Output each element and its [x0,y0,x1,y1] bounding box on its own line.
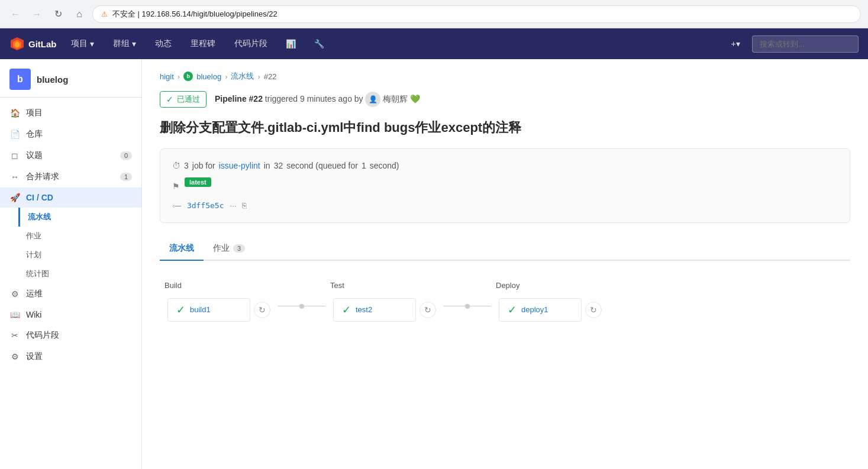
chevron-down-icon: ▾ [132,39,136,48]
sidebar-item-snippets[interactable]: ✂ 代码片段 [0,325,141,346]
stage-build: Build ✓ build1 ↻ [160,281,278,322]
status-label: 已通过 [177,94,200,105]
pipeline-diagram: Build ✓ build1 ↻ [160,275,850,328]
top-nav: GitLab 项目 ▾ 群组 ▾ 动态 里程碑 代码片段 📊 🔧 + ▾ [0,28,868,59]
breadcrumb-bluelog[interactable]: bluelog [196,72,221,81]
job-retry-button-deploy1[interactable]: ↻ [585,302,602,318]
duration-unit: second (queued for [286,161,358,170]
user-avatar: 👤 [365,92,380,107]
sidebar-item-project[interactable]: 🏠 项目 [0,102,141,124]
job-card-build1[interactable]: ✓ build1 [167,298,250,322]
sidebar-item-settings[interactable]: ⚙ 设置 [0,346,141,367]
subnav-jobs[interactable]: 作业 [26,227,141,245]
commit-ellipsis[interactable]: ··· [230,201,237,210]
commit-hash-link[interactable]: 3dff5e5c [187,201,224,210]
breadcrumb-pipelines[interactable]: 流水线 [231,71,254,82]
nav-projects[interactable]: 项目 ▾ [66,35,99,53]
chevron-down-icon: ▾ [90,39,94,48]
connector-2 [444,304,491,309]
nav-activity[interactable]: 动态 [150,35,176,53]
job-card-test2[interactable]: ✓ test2 [333,298,416,322]
stage-test-label: Test [325,281,344,290]
job-name-test2[interactable]: test2 [356,305,372,314]
job-name-build1[interactable]: build1 [190,305,211,314]
job-for-label: job for [192,161,215,170]
breadcrumb-sep-1: › [178,72,180,81]
connector-line-1b [304,306,325,306]
nav-snippets[interactable]: 代码片段 [230,35,272,53]
queued-value: 1 [362,161,366,170]
connector-line-1 [278,306,299,306]
gitlab-fox-icon [9,36,25,51]
snippets-icon: ✂ [9,331,20,340]
sidebar-item-repository[interactable]: 📄 仓库 [0,124,141,145]
ops-icon: ⚙ [9,289,20,299]
back-button[interactable]: ← [7,6,24,22]
job-retry-button-test2[interactable]: ↻ [420,302,436,318]
project-header: b bluelog [0,59,141,98]
wiki-icon: 📖 [9,310,20,319]
queued-unit: second) [370,161,399,170]
jobs-count-badge: 3 [233,244,245,253]
cicd-subnav: 流水线 作业 计划 统计图 [0,208,141,283]
global-search-input[interactable] [752,35,859,53]
project-name: bluelog [37,75,68,85]
sidebar-item-merge-requests[interactable]: ↔ 合并请求 1 [0,166,141,187]
forward-button[interactable]: → [28,6,45,22]
issues-icon: ◻ [9,151,20,160]
job-name-deploy1[interactable]: deploy1 [521,305,548,314]
gitlab-logo[interactable]: GitLab [9,36,57,51]
latest-tag: latest [185,177,211,187]
subnav-charts[interactable]: 统计图 [26,264,141,283]
nav-plus-button[interactable]: + ▾ [726,34,745,53]
breadcrumb-sep-2: › [225,72,227,81]
main-area: b bluelog 🏠 项目 📄 仓库 ◻ 议题 0 [0,59,868,469]
security-icon: ⚠ [101,10,108,18]
breadcrumb-sep-3: › [257,72,260,81]
home-button[interactable]: ⌂ [71,6,88,22]
commit-icon: ◦─ [172,201,181,211]
sidebar-nav: 🏠 项目 📄 仓库 ◻ 议题 0 ↔ 合并请求 1 [0,98,141,372]
pipeline-status-badge: ✓ 已通过 [160,91,206,108]
nav-milestones[interactable]: 里程碑 [186,35,220,53]
tab-pipeline[interactable]: 流水线 [160,237,204,261]
tab-jobs[interactable]: 作业 3 [204,237,254,261]
job-info-row: ⏱ 3 job for issue-pylint in 32 second (q… [172,161,838,170]
breadcrumb-higit[interactable]: higit [160,72,174,81]
nav-chart-icon[interactable]: 📊 [282,34,301,53]
user-name: 梅朝辉 [383,94,408,103]
stage-build-label: Build [160,281,182,290]
subnav-schedules[interactable]: 计划 [26,245,141,264]
job-success-icon-deploy: ✓ [508,303,517,316]
test-job-row: ✓ test2 ↻ [333,298,436,322]
job-card-deploy1[interactable]: ✓ deploy1 [499,298,582,322]
reload-button[interactable]: ↻ [50,6,66,22]
sidebar-item-issues[interactable]: ◻ 议题 0 [0,145,141,166]
subnav-pipelines[interactable]: 流水线 [18,208,141,227]
settings-icon: ⚙ [9,352,20,361]
stage-test: Test ✓ test2 ↻ [325,281,444,322]
sidebar-item-cicd[interactable]: 🚀 CI / CD [0,187,141,208]
job-retry-button-build1[interactable]: ↻ [254,302,270,318]
issues-badge: 0 [120,151,132,160]
page: GitLab 项目 ▾ 群组 ▾ 动态 里程碑 代码片段 📊 🔧 + ▾ [0,28,868,469]
connector-dot-2 [465,304,470,309]
nav-wrench-icon[interactable]: 🔧 [310,34,329,53]
heart-icon: 💚 [410,94,420,103]
sidebar-item-ops[interactable]: ⚙ 运维 [0,283,141,305]
connector-line-2b [470,306,491,306]
copy-icon[interactable]: ⎘ [242,201,247,210]
connector-dot-1 [299,304,304,309]
pipeline-title: Pipeline #22 [215,94,263,103]
sidebar-item-wiki[interactable]: 📖 Wiki [0,305,141,325]
project-avatar: b [9,69,31,90]
pipeline-trigger-text: triggered 9 minutes ago by [265,94,366,103]
branch-link[interactable]: issue-pylint [219,161,260,170]
build-job-row: ✓ build1 ↻ [167,298,270,322]
repository-icon: 📄 [9,130,20,139]
address-bar[interactable]: ⚠ 不安全 | 192.168.56.14/higit/bluelog/pipe… [92,5,861,23]
cicd-icon: 🚀 [9,193,20,202]
nav-groups[interactable]: 群组 ▾ [108,35,141,53]
stage-deploy-label: Deploy [491,281,519,290]
pipeline-header: ✓ 已通过 Pipeline #22 triggered 9 minutes a… [160,91,850,108]
